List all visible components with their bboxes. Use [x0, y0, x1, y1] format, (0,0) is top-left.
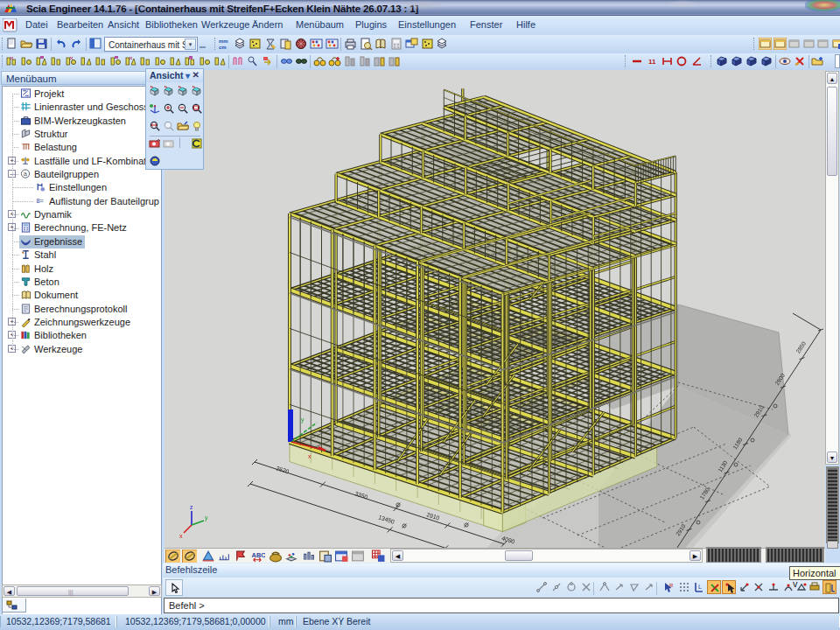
svg-text:mm: mm [219, 38, 228, 44]
svg-text:13450: 13450 [378, 514, 396, 525]
svg-text:L: L [698, 584, 702, 590]
svg-text:11: 11 [648, 58, 656, 66]
svg-text:ABC: ABC [252, 551, 265, 559]
svg-text:a: a [24, 170, 28, 178]
svg-text:2850: 2850 [794, 340, 807, 354]
svg-text:x: x [308, 453, 312, 459]
svg-text:2620: 2620 [276, 465, 290, 474]
svg-text:x: x [179, 533, 183, 539]
svg-text:8=: 8= [36, 197, 43, 205]
svg-text:R: R [669, 583, 674, 588]
svg-text:z: z [190, 504, 193, 510]
svg-text:3350: 3350 [354, 490, 369, 500]
svg-text:cm: cm [219, 45, 227, 50]
svg-text:y: y [205, 514, 208, 522]
svg-text:y: y [301, 416, 304, 424]
svg-text:2910: 2910 [426, 511, 441, 521]
